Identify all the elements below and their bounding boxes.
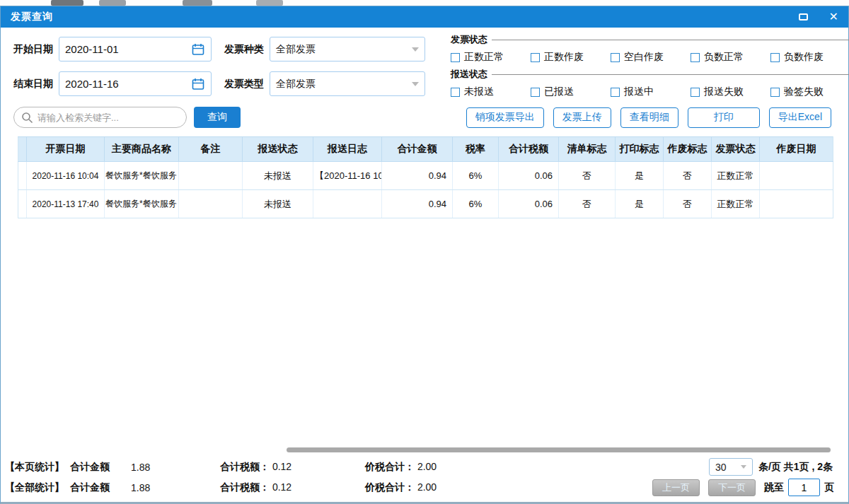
jump-page-input[interactable] [788,479,820,496]
invoice-upload-button[interactable]: 发票上传 [553,107,611,128]
invoice-status-option[interactable]: 负数作废 [770,51,849,64]
table-header-cell: 报送状态 [243,137,313,162]
invoice-table-wrap: 开票日期 主要商品名称 备注 报送状态 报送日志 合计金额 税率 合计税额 清单… [18,136,831,218]
invoice-status-option[interactable]: 正数作废 [531,51,611,64]
next-page-button[interactable]: 下一页 [708,479,756,496]
restore-icon[interactable] [799,13,808,20]
table-cell: 餐饮服务*餐饮服务 [105,162,179,190]
export-excel-button[interactable]: 导出Excel [769,107,831,128]
table-cell: 0.06 [499,190,559,218]
checkbox[interactable] [691,88,700,97]
desktop-background-sliver [0,0,849,6]
chevron-down-icon [412,82,419,86]
end-date-field [59,71,212,96]
checkbox-label: 验签失败 [784,86,824,98]
invoice-status-legend: 发票状态 [451,33,849,46]
desktop-icon-fragment [183,0,212,6]
window-titlebar: 发票查询 ✕ [1,6,848,28]
submit-status-option[interactable]: 验签失败 [770,86,849,98]
checkbox[interactable] [451,53,460,62]
start-date-label: 开始日期 [13,43,53,56]
query-button[interactable]: 查询 [194,107,241,128]
calendar-icon[interactable] [191,42,205,57]
checkbox-label: 负数正常 [704,51,744,64]
view-detail-button[interactable]: 查看明细 [620,107,678,128]
total-label: 价税合计： [365,481,415,493]
table-row[interactable]: 2020-11-16 10:04 餐饮服务*餐饮服务 未报送 【2020-11-… [18,162,833,190]
invoice-type-value: 全部发票 [276,78,316,90]
table-cell: 是 [616,190,664,218]
legend-divider [492,74,849,75]
table-cell: 正数正常 [712,190,760,218]
export-sales-invoice-button[interactable]: 销项发票导出 [466,107,544,128]
checkbox[interactable] [531,53,540,62]
table-header-cell: 开票日期 [27,137,105,162]
table-header-cell: 清单标志 [559,137,616,162]
table-cell: 否 [559,190,616,218]
table-cell: 2020-11-16 10:04 [27,162,105,190]
invoice-status-option[interactable]: 空白作废 [611,51,691,64]
close-icon[interactable]: ✕ [829,11,838,23]
invoice-type-label: 发票类型 [224,78,264,90]
checkbox[interactable] [611,53,620,62]
table-header-cell: 合计税额 [499,137,559,162]
invoice-status-option[interactable]: 负数正常 [691,51,770,64]
checkbox[interactable] [691,53,700,62]
print-button[interactable]: 打印 [688,107,760,128]
table-cell [313,190,382,218]
total-stats-total: 价税合计： 2.00 [365,481,521,494]
table-cell [179,162,243,190]
table-cell: 是 [616,162,664,190]
all-amount-value: 1.88 [131,482,150,493]
table-cell: 【2020-11-16 10 [313,162,382,190]
end-date-input[interactable] [65,78,178,90]
checkbox[interactable] [451,88,460,97]
start-date-field [59,37,212,61]
table-cell: 2020-11-13 17:40 [27,190,105,218]
search-input[interactable] [37,112,172,123]
table-header-cell: 主要商品名称 [105,137,179,162]
invoice-kind-select[interactable]: 全部发票 [270,37,425,61]
total-stats-label: 【全部统计】 [5,481,64,494]
legend-divider [492,40,849,40]
jump-label: 跳至 [764,481,784,494]
screen: 发票查询 ✕ 开始日期 [0,0,849,504]
page-info-text: 条/页 共1页 , 2条 [758,461,833,474]
invoice-status-option[interactable]: 正数正常 [451,51,531,64]
table-header-cell: 打印标志 [616,137,664,162]
per-page-label: 条/页 [758,461,781,472]
page-size-select[interactable]: 30 [709,458,753,476]
horizontal-scrollbar [18,447,831,453]
submit-status-option[interactable]: 报送中 [611,86,691,98]
all-total-value: 2.00 [417,481,437,493]
page-stats-tax: 合计税额： 0.12 [220,461,365,474]
submit-status-option[interactable]: 未报送 [451,86,531,98]
submit-status-option[interactable]: 已报送 [531,86,611,98]
desktop-icon-fragment [51,0,83,6]
page-stats-row: 【本页统计】 合计金额 1.88 合计税额： 0.12 价税合计： 2.00 3… [5,457,844,477]
start-date-input[interactable] [65,43,178,55]
page-stats-total: 价税合计： 2.00 [365,461,521,474]
prev-page-button[interactable]: 上一页 [652,479,700,496]
scrollbar-thumb[interactable] [287,447,831,452]
table-header-cell: 报送日志 [313,137,382,162]
invoice-table: 开票日期 主要商品名称 备注 报送状态 报送日志 合计金额 税率 合计税额 清单… [18,136,833,218]
table-cell: 6% [453,190,499,218]
calendar-icon[interactable] [191,77,205,91]
page-total-value: 2.00 [417,461,437,472]
all-tax-value: 0.12 [272,481,291,493]
jump-unit-label: 页 [824,481,834,494]
checkbox[interactable] [770,88,780,97]
invoice-type-select[interactable]: 全部发票 [270,71,425,96]
invoice-status-label: 发票状态 [451,33,487,46]
table-header-cell: 税率 [453,137,499,162]
window-controls: ✕ [799,11,838,23]
invoice-status-options: 正数正常 正数作废 空白作废 负数正常 [451,51,849,64]
table-row[interactable]: 2020-11-13 17:40 餐饮服务*餐饮服务 未报送 0.94 6% 0… [18,190,833,218]
submit-status-option[interactable]: 报送失败 [691,86,770,98]
checkbox[interactable] [611,88,620,97]
table-cell: 6% [453,162,499,190]
checkbox[interactable] [770,53,780,62]
table-cell [760,190,833,218]
checkbox[interactable] [531,88,540,97]
